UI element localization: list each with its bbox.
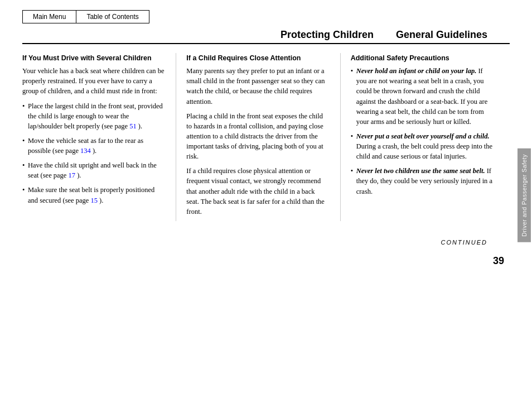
continued-label: CONTINUED <box>441 239 487 246</box>
main-menu-button[interactable]: Main Menu <box>22 10 76 23</box>
col2-heading: If a Child Requires Close Attention <box>186 53 328 63</box>
toc-button[interactable]: Table of Contents <box>76 10 149 23</box>
list-item: Have the child sit upright and well back… <box>22 160 165 180</box>
col1-intro: Your vehicle has a back seat where child… <box>22 66 165 96</box>
col2-para3: If a child requires close physical atten… <box>186 166 328 217</box>
list-item: Place the largest child in the front sea… <box>22 101 165 131</box>
column-2: If a Child Requires Close Attention Many… <box>176 53 340 221</box>
page-title: Protecting Children <box>280 29 374 41</box>
page-header: Protecting Children General Guidelines <box>22 29 510 44</box>
link-134[interactable]: 134 <box>80 147 91 155</box>
page-subtitle: General Guidelines <box>396 29 487 41</box>
link-51[interactable]: 51 <box>129 122 137 130</box>
col2-para2: Placing a child in the front seat expose… <box>186 111 328 162</box>
list-item: Never let two children use the same seat… <box>351 166 493 196</box>
list-item: Make sure the seat belt is properly posi… <box>22 185 165 205</box>
list-item: Move the vehicle seat as far to the rear… <box>22 136 165 156</box>
column-3: Additional Safety Precautions Never hold… <box>341 53 510 221</box>
sidebar-tab-wrapper: Driver and Passenger Safety <box>516 112 532 279</box>
list-item: Never hold an infant or child on your la… <box>351 66 493 127</box>
list-item: Never put a seat belt over yourself and … <box>351 131 493 161</box>
col2-para1: Many parents say they prefer to put an i… <box>186 66 328 107</box>
link-17[interactable]: 17 <box>69 171 76 179</box>
page-number-area: 39 <box>0 252 532 267</box>
content-area: If You Must Drive with Several Children … <box>22 44 510 221</box>
sidebar-tab: Driver and Passenger Safety <box>518 149 531 242</box>
page-number: 39 <box>493 255 504 266</box>
top-nav: Main Menu Table of Contents <box>0 0 532 29</box>
col1-bullet-list: Place the largest child in the front sea… <box>22 101 165 205</box>
footer: CONTINUED <box>0 221 532 252</box>
col3-heading: Additional Safety Precautions <box>351 53 493 63</box>
column-1: If You Must Drive with Several Children … <box>22 53 176 221</box>
link-15[interactable]: 15 <box>90 197 98 204</box>
col1-heading: If You Must Drive with Several Children <box>22 53 165 63</box>
col3-bullet-list: Never hold an infant or child on your la… <box>351 66 493 197</box>
